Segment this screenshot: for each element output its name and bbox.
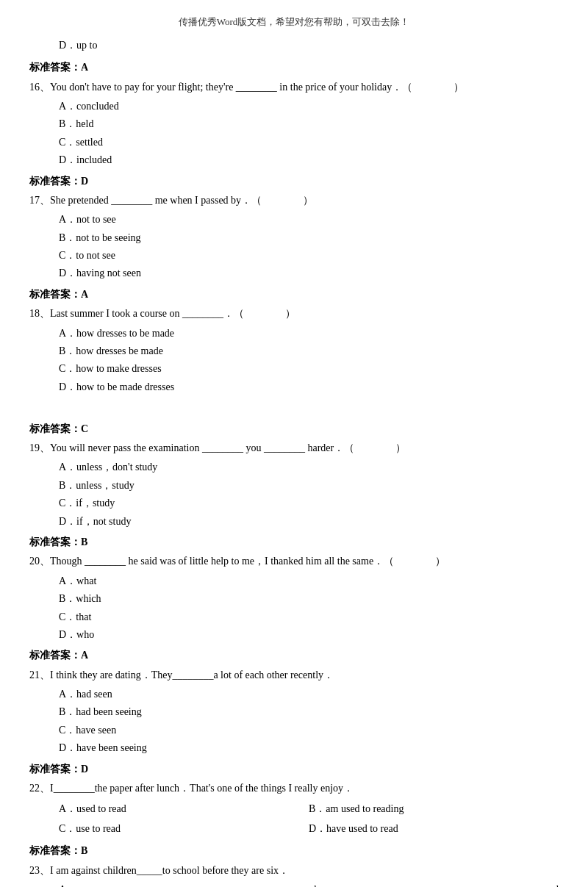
q16-text: You don't have to pay for your flight; t…: [50, 82, 464, 93]
q18-option-b: B．how dresses be made: [59, 343, 559, 359]
question-18: 18、Last summer I took a course on ______…: [29, 306, 559, 322]
question-17: 17、She pretended ________ me when I pass…: [29, 193, 559, 209]
q20-option-d: D．who: [59, 627, 559, 643]
answer-q16: 标准答案：D: [29, 173, 559, 190]
q18-option-d: D．how to be made dresses: [59, 379, 559, 395]
q16-option-d: D．included: [59, 152, 559, 168]
answer-q18: 标准答案：C: [29, 421, 559, 437]
q18-option-a: A．how dresses to be made: [59, 326, 559, 342]
answer-q15: 标准答案：A: [29, 60, 559, 76]
q23-text: I am against children_____to school befo…: [50, 865, 289, 876]
question-21: 21、I think they are dating．They________a…: [29, 667, 559, 683]
q22-text: I________the paper after lunch．That's on…: [50, 783, 354, 794]
q16-option-c: C．settled: [59, 134, 559, 151]
q19-option-a: A．unless，don't study: [59, 459, 559, 475]
q16-option-b: B．held: [59, 116, 559, 132]
answer-q20: 标准答案：A: [29, 647, 559, 664]
q21-number: 21、: [29, 669, 50, 680]
q23-option-send: send: [539, 882, 559, 887]
q20-option-c: C．that: [59, 609, 559, 625]
answer-q17: 标准答案：A: [29, 287, 559, 303]
q22-option-b: B．am used to reading: [309, 801, 559, 817]
q22-option-d: D．have used to read: [309, 821, 559, 837]
q17-text: She pretended ________ me when I passed …: [50, 195, 313, 206]
q18-options: A．how dresses to be made B．how dresses b…: [59, 326, 559, 396]
q21-option-b: B．had been seeing: [59, 704, 559, 720]
q23-number: 23、: [29, 865, 50, 876]
q18-text: Last summer I took a course on ________．…: [50, 308, 295, 319]
q22-option-a: A．used to read: [59, 801, 309, 817]
answer-q21: 标准答案：D: [29, 761, 559, 778]
question-23: 23、I am against children_____to school b…: [29, 863, 559, 879]
q21-options: A．had seen B．had been seeing C．have seen…: [59, 686, 559, 757]
q21-option-a: A．had seen: [59, 686, 559, 703]
q22-options: A．used to read B．am used to reading C．us…: [59, 800, 559, 838]
q19-option-c: C．if，study: [59, 495, 559, 511]
q16-option-a: A．concluded: [59, 98, 559, 115]
q20-option-b: B．which: [59, 591, 559, 607]
question-19: 19、You will never pass the examination _…: [29, 440, 559, 456]
q19-number: 19、: [29, 442, 50, 453]
q22-number: 22、: [29, 783, 50, 794]
q20-option-a: A．what: [59, 573, 559, 589]
q16-options: A．concluded B．held C．settled D．included: [59, 98, 559, 169]
question-16: 16、You don't have to pay for your flight…: [29, 79, 559, 96]
answer-q22: 标准答案：B: [29, 843, 559, 859]
q20-options: A．what B．which C．that D．who: [59, 573, 559, 644]
q17-number: 17、: [29, 195, 50, 206]
q18-option-c: C．how to make dresses: [59, 361, 559, 377]
q17-options: A．not to see B．not to be seeing C．to not…: [59, 212, 559, 282]
q20-text: Though ________ he said was of little he…: [50, 556, 445, 567]
q17-option-d: D．having not seen: [59, 265, 559, 281]
q17-option-a: A．not to see: [59, 212, 559, 228]
q16-number: 16、: [29, 82, 50, 93]
q22-option-c: C．use to read: [59, 821, 309, 837]
q17-option-c: C．to not see: [59, 248, 559, 264]
question-20: 20、Though ________ he said was of little…: [29, 553, 559, 570]
answer-q19: 标准答案：B: [29, 534, 559, 550]
q21-option-d: D．have been seeing: [59, 740, 559, 756]
q15-d-option: D．up to: [59, 37, 559, 54]
q23-option-who: who: [91, 882, 539, 887]
q19-options: A．unless，don't study B．unless，study C．if…: [59, 459, 559, 530]
question-22: 22、I________the paper after lunch．That's…: [29, 780, 559, 797]
q23-options: A． who send: [29, 882, 559, 887]
q17-option-b: B．not to be seeing: [59, 230, 559, 246]
q20-number: 20、: [29, 556, 50, 567]
q21-option-c: C．have seen: [59, 722, 559, 739]
q19-option-b: B．unless，study: [59, 478, 559, 494]
q19-text: You will never pass the examination ____…: [50, 442, 406, 453]
q23-option-a-label: A．: [59, 882, 76, 887]
page-header: 传播优秀Word版文档，希望对您有帮助，可双击去除！: [29, 15, 559, 30]
q18-number: 18、: [29, 308, 50, 319]
q21-text: I think they are dating．They________a lo…: [50, 669, 334, 680]
q19-option-d: D．if，not study: [59, 514, 559, 530]
